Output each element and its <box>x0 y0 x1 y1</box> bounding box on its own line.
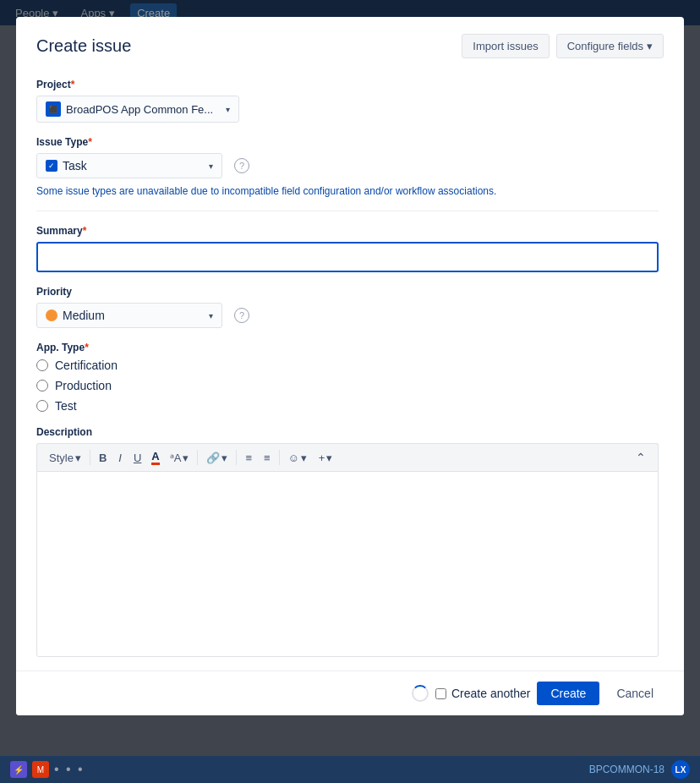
priority-select[interactable]: Medium ▾ <box>36 303 222 328</box>
italic-button[interactable]: I <box>113 448 127 468</box>
chevron-down-icon: ▾ <box>209 311 213 320</box>
bold-button[interactable]: B <box>94 448 112 468</box>
description-label: Description <box>36 426 659 438</box>
summary-input[interactable] <box>36 242 659 272</box>
editor-toolbar: Style ▾ B I U A <box>36 443 659 471</box>
collapse-button[interactable]: ⌃ <box>631 447 651 468</box>
project-label: Project* <box>36 79 659 90</box>
cancel-button[interactable]: Cancel <box>606 682 664 705</box>
app-type-field-group: App. Type* Certification Production Test <box>36 342 659 413</box>
create-another-label[interactable]: Create another <box>435 687 530 700</box>
summary-label: Summary* <box>36 225 659 237</box>
toolbar-separator-4 <box>279 450 280 465</box>
bottom-right: BPCOMMON-18 LX <box>589 760 690 779</box>
toolbar-separator <box>90 450 90 465</box>
project-field-group: Project* BroadPOS App Common Fe... ▾ <box>36 79 659 123</box>
app-type-test[interactable]: Test <box>36 399 659 413</box>
priority-field-group: Priority Medium ▾ ? <box>36 286 659 328</box>
issue-type-field-group: Issue Type* ✓ Task ▾ ? Some issue types … <box>36 136 659 197</box>
chevron-down-icon: ▾ <box>221 452 227 464</box>
issue-type-label: Issue Type* <box>36 136 659 148</box>
configure-fields-button[interactable]: Configure fields ▾ <box>556 34 664 58</box>
color-button[interactable]: A <box>148 448 162 467</box>
issue-type-warning: Some issue types are unavailable due to … <box>36 185 659 197</box>
underline-button[interactable]: U <box>129 448 146 468</box>
toolbar-separator-3 <box>236 450 237 465</box>
issue-type-select[interactable]: ✓ Task ▾ <box>36 153 222 178</box>
bottom-dots: • • • <box>54 762 85 777</box>
chevron-down-icon: ▾ <box>326 452 332 464</box>
user-avatar[interactable]: LX <box>671 760 690 779</box>
divider <box>36 211 659 211</box>
issue-type-icon: ✓ <box>46 160 57 172</box>
issue-type-help-icon[interactable]: ? <box>234 158 249 173</box>
app-type-options: Certification Production Test <box>36 359 659 413</box>
chevron-down-icon: ▾ <box>226 105 230 114</box>
numbered-list-button[interactable]: ≡ <box>259 448 276 468</box>
bullet-list-button[interactable]: ≡ <box>240 448 257 468</box>
bottom-app-icon-purple[interactable]: ⚡ <box>10 761 27 778</box>
chevron-down-icon: ▾ <box>647 40 653 52</box>
more-button[interactable]: + ▾ <box>314 448 338 468</box>
priority-label: Priority <box>36 286 659 298</box>
project-icon <box>46 101 61 117</box>
bottom-left-icons: ⚡ M • • • <box>10 761 85 778</box>
description-editor[interactable] <box>36 471 659 657</box>
project-select[interactable]: BroadPOS App Common Fe... ▾ <box>36 96 239 123</box>
chevron-down-icon: ▾ <box>301 452 307 464</box>
create-issue-modal: Create issue Import issues Configure fie… <box>16 17 684 715</box>
loading-spinner-icon <box>412 685 429 702</box>
bottom-app-icon-red[interactable]: M <box>32 761 49 778</box>
app-type-label: App. Type* <box>36 342 659 353</box>
chevron-down-icon: ▾ <box>183 452 189 464</box>
priority-help-icon[interactable]: ? <box>234 308 249 323</box>
chevron-down-icon: ▾ <box>209 162 213 171</box>
color-underline <box>151 463 159 465</box>
modal-header: Create issue Import issues Configure fie… <box>16 17 684 68</box>
app-type-test-radio[interactable] <box>36 400 48 412</box>
priority-icon <box>46 309 57 321</box>
emoji-button[interactable]: ☺ ▾ <box>283 448 312 468</box>
bottom-bar: ⚡ M • • • BPCOMMON-18 LX <box>0 756 700 783</box>
link-button[interactable]: 🔗 ▾ <box>201 448 232 468</box>
toolbar-separator-2 <box>197 450 198 465</box>
app-type-production-radio[interactable] <box>36 380 48 392</box>
app-type-production[interactable]: Production <box>36 379 659 392</box>
modal-overlay: Create issue Import issues Configure fie… <box>0 0 700 783</box>
app-type-certification[interactable]: Certification <box>36 359 659 372</box>
style-dropdown-button[interactable]: Style ▾ <box>44 448 86 468</box>
create-another-checkbox[interactable] <box>435 688 446 699</box>
import-issues-button[interactable]: Import issues <box>462 34 549 58</box>
font-size-button[interactable]: ᵃA ▾ <box>165 448 194 468</box>
modal-footer: Create another Create Cancel <box>16 671 684 715</box>
app-type-certification-radio[interactable] <box>36 359 48 371</box>
create-button[interactable]: Create <box>537 682 599 705</box>
modal-body: Project* BroadPOS App Common Fe... ▾ Iss… <box>16 68 684 671</box>
ticket-id: BPCOMMON-18 <box>589 764 664 775</box>
header-actions: Import issues Configure fields ▾ <box>462 34 664 58</box>
modal-title: Create issue <box>36 36 131 56</box>
chevron-down-icon: ▾ <box>75 452 81 464</box>
summary-field-group: Summary* <box>36 225 659 272</box>
description-field-group: Description Style ▾ B I U <box>36 426 659 657</box>
